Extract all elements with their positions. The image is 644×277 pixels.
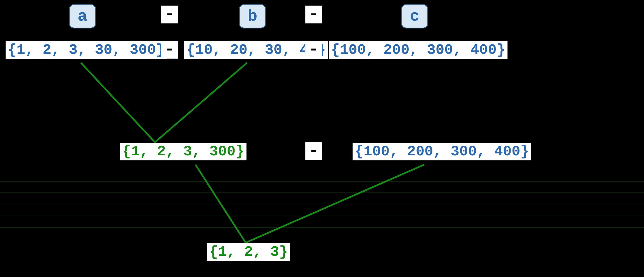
grid-line bbox=[0, 181, 644, 182]
operator-minus: - bbox=[305, 41, 322, 59]
variable-a: a bbox=[69, 4, 96, 28]
operator-minus: - bbox=[305, 6, 322, 23]
operator-minus: - bbox=[305, 142, 322, 160]
intermediate-result-ab: {1, 2, 3, 300} bbox=[120, 143, 246, 160]
grid-line bbox=[0, 204, 644, 204]
operator-minus: - bbox=[161, 6, 178, 23]
operator-minus: - bbox=[161, 41, 178, 59]
grid-line bbox=[0, 216, 644, 216]
variable-c: c bbox=[401, 4, 428, 28]
set-c-value-copy: {100, 200, 300, 400} bbox=[353, 143, 531, 160]
svg-line-0 bbox=[81, 63, 155, 142]
set-c-value: {100, 200, 300, 400} bbox=[329, 41, 507, 59]
variable-b: b bbox=[239, 4, 266, 28]
svg-line-1 bbox=[155, 63, 247, 142]
set-a-value: {1, 2, 3, 30, 300} bbox=[6, 41, 167, 59]
grid-line bbox=[0, 227, 644, 228]
grid-line bbox=[0, 192, 644, 193]
final-result: {1, 2, 3} bbox=[207, 243, 290, 261]
